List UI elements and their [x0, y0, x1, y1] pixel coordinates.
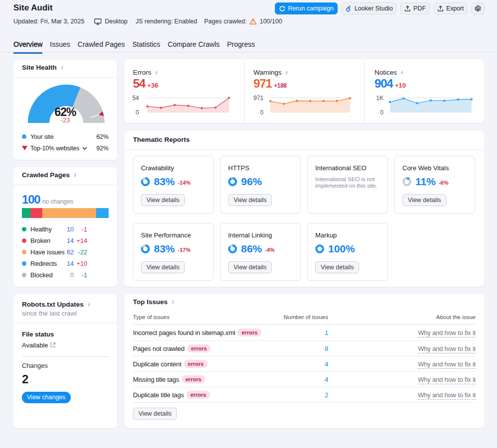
svg-text:0: 0 [380, 109, 383, 116]
svg-text:971: 971 [253, 95, 263, 102]
svg-text:1K: 1K [376, 95, 383, 102]
svg-text:0: 0 [260, 109, 263, 116]
svg-text:54: 54 [132, 95, 139, 102]
svg-text:0: 0 [135, 109, 139, 116]
